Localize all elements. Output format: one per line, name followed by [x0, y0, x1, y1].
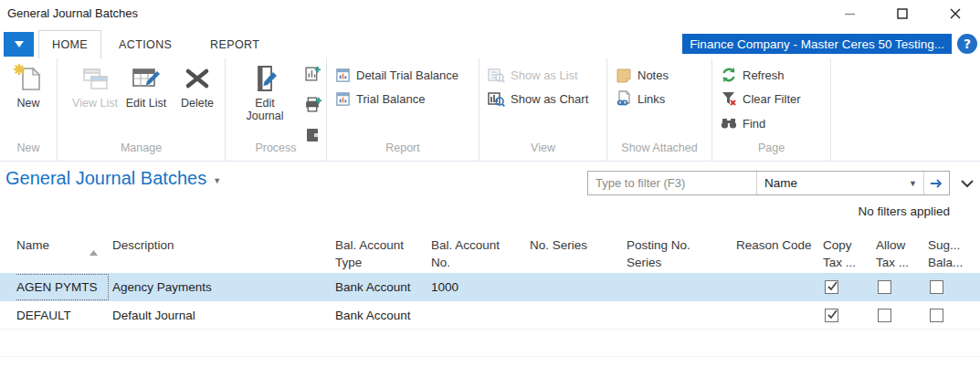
- group-label: Page: [712, 142, 830, 154]
- show-as-chart-button[interactable]: Show as Chart: [488, 89, 588, 109]
- maximize-button[interactable]: [883, 0, 922, 27]
- filter-input[interactable]: [588, 172, 756, 194]
- find-icon: [721, 115, 737, 131]
- table-row[interactable]: DEFAULT Default Journal Bank Account: [0, 301, 980, 330]
- new-report-button[interactable]: [300, 61, 324, 85]
- clear-filter-button[interactable]: Clear Filter: [721, 89, 801, 109]
- allow-tax-checkbox[interactable]: [878, 309, 891, 322]
- button-label: New: [16, 97, 39, 110]
- button-label: Trial Balance: [356, 92, 425, 106]
- ribbon-group-new: New New: [0, 58, 58, 161]
- button-label: Show as Chart: [511, 92, 588, 106]
- clear-filter-icon: [721, 90, 737, 107]
- refresh-icon: [721, 67, 737, 83]
- table-body: AGEN PYMTS Agency Payments Bank Account …: [0, 273, 980, 357]
- cell-bal-account-type: Bank Account: [335, 309, 431, 322]
- filter-bar: Name ▼: [587, 171, 950, 195]
- cell-name: DEFAULT: [16, 301, 112, 329]
- edit-journal-button[interactable]: Edit Journal: [240, 63, 290, 123]
- table-row[interactable]: AGEN PYMTS Agency Payments Bank Account …: [0, 273, 980, 301]
- cell-description: Default Journal: [112, 309, 335, 322]
- apply-filter-button[interactable]: [923, 172, 949, 194]
- close-icon: [950, 8, 961, 19]
- group-label: Report: [327, 142, 479, 154]
- tab-actions[interactable]: ACTIONS: [106, 30, 184, 58]
- column-header-posting-no-series[interactable]: Posting No.Series: [627, 231, 736, 273]
- button-label: Edit Journal: [240, 97, 290, 123]
- column-header-allow-tax[interactable]: AllowTax ...: [870, 231, 922, 273]
- ribbon-group-show-attached: Notes Links Show Attached: [607, 58, 712, 161]
- new-report-icon: [304, 65, 321, 82]
- new-button[interactable]: New: [4, 63, 53, 110]
- sort-ascending-icon: [90, 250, 98, 256]
- column-header-no-series[interactable]: No. Series: [530, 231, 627, 273]
- arrow-right-icon: [930, 178, 943, 189]
- window-title: General Journal Batches: [7, 6, 138, 20]
- show-as-list-button[interactable]: Show as List: [488, 65, 578, 85]
- button-label: Delete: [181, 97, 214, 110]
- delete-button[interactable]: Delete: [173, 63, 222, 110]
- ribbon-group-manage: View List Edit List Delete Manage: [58, 58, 226, 161]
- ribbon-group-process: Edit Journal Process: [226, 58, 327, 161]
- view-list-button[interactable]: View List: [70, 63, 120, 110]
- check-icon: [826, 309, 839, 321]
- minimize-button[interactable]: [830, 0, 869, 27]
- column-header-reason-code[interactable]: Reason Code: [736, 231, 817, 273]
- copy-tax-checkbox[interactable]: [825, 280, 838, 294]
- button-label: Show as List: [511, 68, 578, 82]
- page-header: General Journal Batches ▼: [5, 168, 221, 189]
- sug-bala-checkbox[interactable]: [930, 309, 943, 322]
- copy-tax-checkbox[interactable]: [825, 309, 838, 322]
- help-icon: ?: [964, 37, 971, 51]
- detail-trial-balance-button[interactable]: Detail Trial Balance: [335, 65, 458, 85]
- filter-field-dropdown[interactable]: Name ▼: [757, 172, 923, 194]
- application-menu-button[interactable]: [4, 32, 34, 57]
- column-header-sug-bala[interactable]: Sug...Bala...: [922, 231, 980, 273]
- links-button[interactable]: Links: [616, 89, 665, 109]
- edit-list-icon: [131, 63, 162, 94]
- page-title-caret-icon[interactable]: ▼: [213, 173, 221, 185]
- tab-report[interactable]: REPORT: [197, 30, 272, 58]
- column-header-bal-account-no[interactable]: Bal. AccountNo.: [431, 231, 530, 273]
- print-button[interactable]: [300, 92, 324, 116]
- ribbon: New New View List Edit List: [0, 58, 980, 162]
- allow-tax-checkbox[interactable]: [878, 280, 891, 294]
- column-header-name[interactable]: Name: [16, 231, 112, 273]
- delete-icon: [182, 63, 213, 94]
- title-bar: General Journal Batches: [0, 0, 980, 27]
- button-label: Refresh: [743, 68, 785, 82]
- edit-list-button[interactable]: Edit List: [121, 63, 171, 110]
- notes-button[interactable]: Notes: [616, 65, 669, 85]
- filter-field-value: Name: [764, 176, 797, 190]
- cell-bal-account-no: 1000: [431, 280, 530, 294]
- ribbon-group-page: Refresh Clear Filter Find Page: [712, 58, 831, 161]
- company-badge: Finance Company - Master Ceres 50 Testin…: [682, 34, 952, 54]
- edit-journal-icon: [249, 63, 280, 94]
- cell-description: Agency Payments: [112, 280, 335, 294]
- group-label: Show Attached: [607, 142, 711, 154]
- tab-home[interactable]: HOME: [38, 30, 101, 58]
- column-header-copy-tax[interactable]: CopyTax ...: [817, 231, 870, 273]
- print-icon: [304, 96, 321, 113]
- find-button[interactable]: Find: [721, 113, 765, 133]
- ribbon-group-report: Detail Trial Balance Trial Balance Repor…: [327, 58, 479, 161]
- show-as-chart-icon: [488, 90, 505, 108]
- cell-bal-account-type: Bank Account: [335, 280, 431, 294]
- page-title[interactable]: General Journal Batches: [5, 168, 206, 189]
- links-icon: [616, 90, 632, 107]
- column-header-description[interactable]: Description: [112, 231, 335, 273]
- collapse-page-button[interactable]: [958, 176, 976, 191]
- maximize-icon: [897, 8, 908, 19]
- sug-bala-checkbox[interactable]: [930, 280, 943, 294]
- help-button[interactable]: ?: [957, 34, 977, 54]
- notes-icon: [616, 67, 632, 83]
- column-header-bal-account-type[interactable]: Bal. AccountType: [335, 231, 431, 273]
- trial-balance-button[interactable]: Trial Balance: [335, 89, 425, 109]
- refresh-button[interactable]: Refresh: [721, 65, 785, 85]
- group-label: View: [479, 142, 606, 154]
- close-button[interactable]: [936, 0, 975, 27]
- chevron-down-icon: [15, 41, 24, 47]
- show-as-list-icon: [488, 67, 505, 84]
- new-document-icon: [13, 63, 44, 94]
- chevron-down-icon: ▼: [909, 179, 917, 188]
